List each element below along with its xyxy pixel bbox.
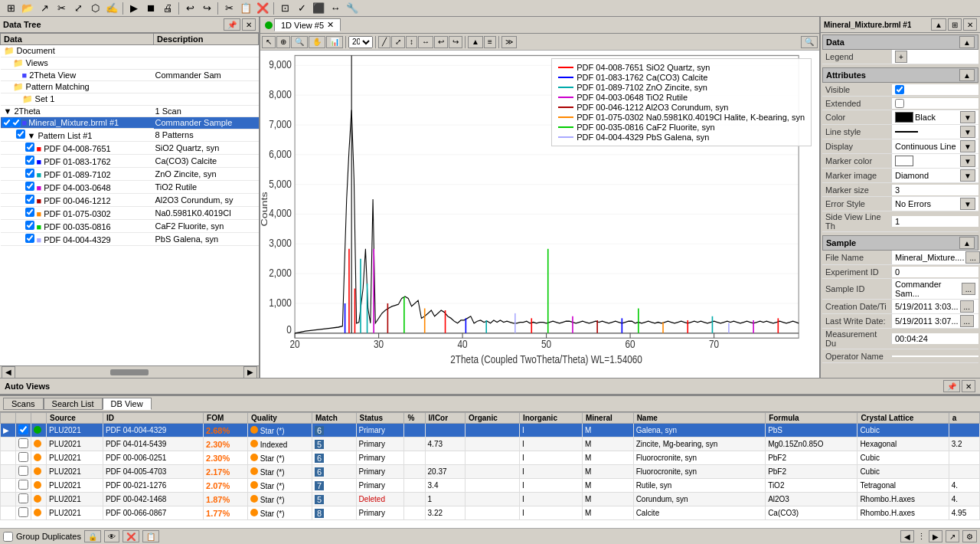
- tree-row-pdf3[interactable]: ■ PDF 01-089-7102 ZnO Zincite, syn: [1, 168, 259, 181]
- bottom-settings[interactable]: ⚙: [962, 530, 977, 542]
- table-row[interactable]: PLU2021 PDF 00-021-1276 2.07% Star (*) 7…: [1, 479, 980, 493]
- grid-icon[interactable]: ⊡: [277, 2, 292, 15]
- edit-icon[interactable]: ✍: [104, 2, 119, 15]
- bottom-tool-1[interactable]: 🔒: [84, 530, 101, 542]
- row-checkbox[interactable]: [18, 480, 28, 490]
- undo-icon[interactable]: ↩: [182, 2, 198, 15]
- color-dropdown-button[interactable]: ▼: [960, 111, 975, 123]
- pdf8-checkbox[interactable]: [25, 234, 34, 243]
- marker-image-dropdown-button[interactable]: ▼: [960, 169, 975, 182]
- row-checkbox[interactable]: [18, 507, 28, 517]
- col-pct[interactable]: %: [404, 413, 425, 424]
- tree-row-mineral-mixture[interactable]: ■ Mineral_Mixture.brml #1 Commander Samp…: [1, 117, 259, 129]
- tree-row-pattern-matching[interactable]: 📁 Pattern Matching: [1, 81, 259, 93]
- auto-views-pin-button[interactable]: 📌: [943, 380, 960, 392]
- tree-scroll-right[interactable]: ▶: [243, 366, 257, 379]
- delete-icon[interactable]: ❌: [255, 2, 270, 15]
- auto-views-close-button[interactable]: ✕: [962, 380, 975, 392]
- data-section-toggle[interactable]: ▲: [959, 36, 975, 48]
- chart-fit-tool[interactable]: ⤢: [391, 36, 405, 48]
- right-panel-close-button[interactable]: ✕: [963, 18, 977, 31]
- display-dropdown-button[interactable]: ▼: [960, 140, 975, 152]
- tree-row-pdf2[interactable]: ■ PDF 01-083-1762 Ca(CO3) Calcite: [1, 155, 259, 168]
- tree-row-pdf1[interactable]: ■ PDF 04-008-7651 SiO2 Quartz, syn: [1, 142, 259, 155]
- data-tree-pin-button[interactable]: 📌: [224, 18, 240, 31]
- tree-scroll-left[interactable]: ◀: [2, 366, 15, 379]
- expand-icon[interactable]: ⤢: [70, 2, 86, 15]
- right-panel-pin-button[interactable]: ▲: [931, 18, 946, 31]
- tree-row-set1[interactable]: 📁 Set 1: [1, 93, 259, 106]
- row-checkbox[interactable]: [18, 424, 28, 434]
- tree-row-pdf5[interactable]: ■ PDF 00-046-1212 Al2O3 Corundum, sy: [1, 194, 259, 207]
- bottom-page-nav[interactable]: ◀: [900, 530, 914, 542]
- pdf3-checkbox[interactable]: [25, 169, 34, 178]
- col-a[interactable]: a: [949, 413, 979, 424]
- col-fom[interactable]: FOM: [204, 413, 248, 424]
- col-match[interactable]: Match: [312, 413, 357, 424]
- extended-checkbox[interactable]: [895, 99, 904, 108]
- chart-line-tool[interactable]: ╱: [378, 36, 390, 48]
- chart-tab-1d-view[interactable]: 1D View #5 ✕: [274, 18, 341, 31]
- chart-zoom-y[interactable]: ↔: [418, 36, 433, 48]
- copy-icon[interactable]: ✂: [54, 2, 69, 15]
- tree-row-pdf8[interactable]: ■ PDF 04-004-4329 PbS Galena, syn: [1, 233, 259, 246]
- chart-tool-zoom-in[interactable]: 🔍: [291, 36, 308, 48]
- play-icon[interactable]: ▶: [126, 2, 142, 15]
- tree-row-2theta-view[interactable]: ■ 2Theta View Commander Sam: [1, 70, 259, 81]
- visible-checkbox[interactable]: [895, 85, 904, 94]
- open-icon[interactable]: 📂: [20, 2, 35, 15]
- tree-row-document[interactable]: 📁 Document: [1, 45, 259, 57]
- new-icon[interactable]: ⊞: [3, 2, 18, 15]
- mineral-mixture-checkbox[interactable]: [2, 118, 11, 127]
- chart-tool-move[interactable]: ✋: [309, 36, 325, 48]
- chart-peak-find[interactable]: ▲: [468, 36, 483, 48]
- chart-redo[interactable]: ↪: [449, 36, 462, 48]
- chart-zoom-fit[interactable]: 🔍: [801, 36, 818, 48]
- results-scroll-area[interactable]: Source ID FOM Quality Match Status % I/I…: [0, 412, 980, 528]
- pdf7-checkbox[interactable]: [25, 221, 34, 230]
- sample-id-expand-button[interactable]: ...: [962, 283, 975, 295]
- col-name[interactable]: Name: [633, 413, 766, 424]
- tree-row-2theta[interactable]: ▼ 2Theta 1 Scan: [1, 106, 259, 117]
- bottom-tool-2[interactable]: 👁: [104, 530, 119, 542]
- tree-row-pdf6[interactable]: ■ PDF 01-075-0302 Na0.5981K0.4019Cl: [1, 207, 259, 220]
- tree-scrollbar[interactable]: [110, 369, 149, 375]
- right-panel-expand-button[interactable]: ⊞: [948, 18, 962, 31]
- bottom-page-nav-right[interactable]: ▶: [929, 530, 942, 542]
- mineral-mixture-checkbox2[interactable]: [11, 118, 21, 127]
- col-source[interactable]: Source: [47, 413, 103, 424]
- data-tree-close-button[interactable]: ✕: [242, 18, 256, 31]
- linestyle-dropdown-button[interactable]: ▼: [960, 126, 975, 138]
- marker-color-dropdown-button[interactable]: ▼: [960, 155, 975, 167]
- col-formula[interactable]: Formula: [766, 413, 858, 424]
- row-checkbox[interactable]: [18, 452, 28, 462]
- chart-tool-select[interactable]: ⊕: [276, 36, 290, 48]
- col-organic[interactable]: Organic: [465, 413, 519, 424]
- error-style-dropdown-button[interactable]: ▼: [960, 198, 975, 210]
- table-row[interactable]: PLU2021 PDF 04-005-4703 2.17% Star (*) 6…: [1, 465, 980, 479]
- col-crystal[interactable]: Crystal Lattice: [858, 413, 949, 424]
- tab-close-icon[interactable]: ✕: [327, 20, 334, 30]
- arrow-icon[interactable]: ↗: [37, 2, 52, 15]
- col-quality[interactable]: Quality: [248, 413, 312, 424]
- row-checkbox[interactable]: [18, 466, 28, 476]
- chart-tool-cursor[interactable]: ↖: [262, 36, 276, 48]
- tree-row-pdf7[interactable]: ■ PDF 00-035-0816 CaF2 Fluorite, syn: [1, 220, 259, 233]
- cut-icon[interactable]: ✂: [221, 2, 237, 15]
- group-duplicates-checkbox[interactable]: [3, 532, 13, 542]
- hex-icon[interactable]: ⬡: [87, 2, 103, 15]
- filename-expand-button[interactable]: ...: [965, 251, 979, 264]
- pdf5-checkbox[interactable]: [25, 195, 34, 204]
- row-checkbox[interactable]: [18, 438, 28, 448]
- table-row[interactable]: PLU2021 PDF 00-042-1468 1.87% Star (*) 5…: [1, 493, 980, 506]
- pdf6-checkbox[interactable]: [25, 208, 34, 217]
- settings-icon[interactable]: 🔧: [345, 2, 360, 15]
- table-row[interactable]: ▶ PLU2021 PDF 04-004-4329 2.68% Star (*)…: [1, 424, 980, 437]
- table-row[interactable]: PLU2021 PDF 04-014-5439 2.30% Indexed 5 …: [1, 437, 980, 451]
- check-icon[interactable]: ✓: [294, 2, 309, 15]
- table-row[interactable]: PLU2021 PDF 00-006-0251 2.30% Star (*) 6…: [1, 451, 980, 465]
- pdf4-checkbox[interactable]: [25, 182, 34, 191]
- creation-date-expand-button[interactable]: ...: [960, 300, 974, 313]
- tab-db-view[interactable]: DB View: [103, 398, 152, 410]
- print-icon[interactable]: 🖨: [160, 2, 175, 15]
